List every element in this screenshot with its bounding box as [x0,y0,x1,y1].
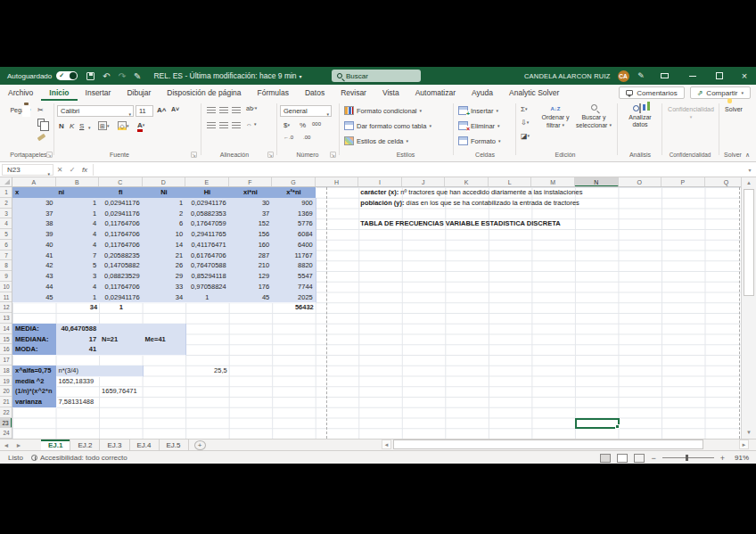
sheet-tab-ej-1[interactable]: EJ.1 [41,440,70,450]
sheet-nav-left-icon[interactable]: ◄ [0,440,12,450]
italic-button[interactable]: K [70,122,74,130]
expand-formula-bar-icon[interactable]: ▾ [744,167,756,173]
row-header-21[interactable]: 21 [0,397,12,407]
redo-button[interactable]: ↷ [119,71,126,81]
tab-automatizar[interactable]: Automatizar [407,85,464,101]
underline-button[interactable]: S [79,122,84,130]
cell-C20[interactable]: 1659,76471 [99,386,144,398]
sort-filter-button[interactable]: A↓Z Ordenar yfiltrar ▾ [538,104,572,129]
zoom-out-icon[interactable]: − [651,454,655,463]
vertical-scroll-thumb[interactable] [744,189,754,296]
fill-button[interactable]: ⇩▾ [521,119,529,127]
find-select-button[interactable]: Buscar yseleccionar ▾ [574,104,613,129]
align-bottom-icon[interactable] [232,106,241,115]
ink-tools-button[interactable]: ✎ [629,67,653,85]
clear-button[interactable]: ◪▾ [521,132,530,140]
orientation-button[interactable]: ab̷ ▾ [246,105,257,111]
font-size-combo[interactable]: 11 [136,105,153,117]
merge-center-button[interactable]: ⇔ ▾ [246,121,256,127]
tab-inicio[interactable]: Inicio [41,85,77,101]
font-dialog-launcher[interactable]: ↘ [191,152,197,158]
horizontal-scrollbar[interactable]: ◄ ► [382,440,749,449]
row-header-2[interactable]: 2 [0,198,12,209]
copy-button[interactable] [37,119,45,128]
zoom-in-icon[interactable]: + [720,454,725,463]
decrease-decimal-button[interactable]: .00 [303,135,310,140]
row-header-24[interactable]: 24 [0,428,12,439]
cell-B16[interactable]: 41 [56,344,101,356]
format-painter-button[interactable] [37,133,45,141]
column-header-L[interactable]: L [489,177,532,187]
row-header-14[interactable]: 14 [0,324,12,334]
column-header-A[interactable]: A [12,177,56,187]
increase-decimal-button[interactable]: ←.0 [284,135,293,140]
align-center-icon[interactable] [219,121,228,130]
undo-button[interactable]: ↶ [103,71,110,81]
column-header-B[interactable]: B [56,177,100,187]
tab-insertar[interactable]: Insertar [78,85,119,101]
row-header-19[interactable]: 19 [0,376,12,387]
row-header-23[interactable]: 23 [0,418,12,429]
normal-view-button[interactable] [600,454,611,463]
cell-B19[interactable]: 1652,18339 [56,376,101,388]
sheet-nav-right-icon[interactable]: ► [12,440,25,450]
vertical-scrollbar[interactable]: ▲ ▼ [741,177,756,439]
format-cells-button[interactable]: Formato▾ [458,135,500,147]
number-format-combo[interactable]: General▾ [280,105,332,117]
row-header-7[interactable]: 7 [0,251,12,261]
cell-D16[interactable] [143,344,187,356]
row-header-8[interactable]: 8 [0,260,12,271]
column-header-J[interactable]: J [402,177,446,187]
insert-cells-button[interactable]: + Insertar▾ [458,104,498,117]
conditional-formatting-button[interactable]: Formato condicional▾ [344,104,422,117]
analyze-data-button[interactable]: Analizardatos [622,104,658,128]
page-break-view-button[interactable] [634,454,645,463]
alignment-dialog-launcher[interactable]: ↘ [267,152,274,158]
page-layout-view-button[interactable] [617,454,628,463]
row-header-18[interactable]: 18 [0,366,12,376]
autosum-button[interactable]: Σ▾ [521,105,527,113]
ribbon-display-button[interactable] [653,67,676,85]
scroll-left-icon[interactable]: ◄ [382,440,391,449]
row-header-3[interactable]: 3 [0,209,12,219]
comma-style-button[interactable]: 000 [312,121,321,127]
chevron-down-icon[interactable]: ▾ [88,125,91,130]
ink-button[interactable]: ✎ [134,71,141,81]
sheet-tab-ej-5[interactable]: EJ.5 [160,440,189,450]
row-header-13[interactable]: 13 [0,313,12,324]
note-text-2[interactable]: población (y): días en los que se ha con… [360,198,579,209]
share-button[interactable]: ⇗ Compartir ▾ [690,86,751,99]
cell-A21[interactable]: varianza [12,397,57,408]
comments-button[interactable]: Comentarios [619,86,684,99]
account-area[interactable]: CANDELA ALARCON RUIZ CA [524,67,629,85]
font-color-button[interactable]: A▾ [137,121,144,129]
solver-button[interactable]: Solver [720,104,747,113]
tab-revisar[interactable]: Revisar [333,85,374,101]
column-header-Q[interactable]: Q [705,177,741,187]
row-header-5[interactable]: 5 [0,229,12,240]
note-text-1[interactable]: carácter (x): nº tractores que han acced… [360,187,582,198]
cell-C16[interactable] [99,344,144,356]
cut-button[interactable]: ✂ [37,106,44,114]
zoom-slider-handle[interactable] [686,455,688,461]
column-header-M[interactable]: M [531,177,575,187]
cell-D11[interactable]: 34 [143,292,187,304]
paste-button[interactable]: Pegar ▾ [5,104,36,114]
tab-dibujar[interactable]: Dibujar [119,85,159,101]
row-header-17[interactable]: 17 [0,355,12,366]
column-header-H[interactable]: H [316,177,359,187]
column-header-G[interactable]: G [272,177,316,187]
cancel-icon[interactable]: ✕ [53,166,66,174]
formula-input[interactable] [93,164,744,176]
row-header-16[interactable]: 16 [0,344,12,355]
minimize-button[interactable] [681,67,704,85]
borders-button[interactable]: ⊞▾ [98,121,110,130]
grow-font-button[interactable]: A˄ [157,106,166,114]
tab-ayuda[interactable]: Ayuda [464,85,501,101]
column-header-F[interactable]: F [229,177,273,187]
cell-B21[interactable]: 7,58131488 [56,397,101,408]
zoom-slider[interactable] [662,457,714,458]
column-header-P[interactable]: P [662,177,705,187]
format-as-table-button[interactable]: Dar formato como tabla▾ [344,119,431,132]
save-icon[interactable] [86,72,94,80]
